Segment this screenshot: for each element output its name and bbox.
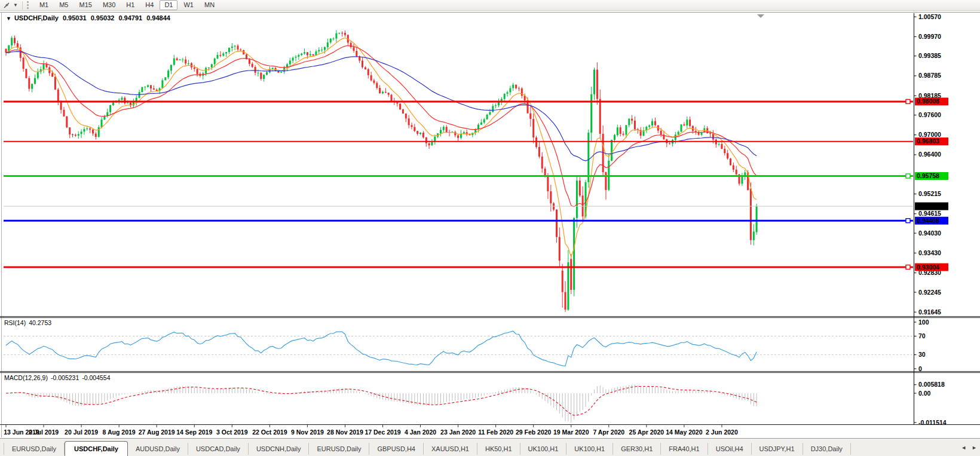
svg-text:0.94408: 0.94408 bbox=[917, 217, 939, 224]
svg-text:23 Jan 2020: 23 Jan 2020 bbox=[440, 429, 476, 436]
svg-text:-0.011514: -0.011514 bbox=[918, 419, 947, 426]
chart-tab-usdchf-daily[interactable]: USDCHF,Daily bbox=[65, 441, 128, 456]
timeframe-button-m1[interactable]: M1 bbox=[35, 0, 53, 10]
svg-text:29 Feb 2020: 29 Feb 2020 bbox=[516, 429, 552, 436]
svg-text:20 Jul 2019: 20 Jul 2019 bbox=[65, 429, 98, 436]
svg-text:0.96803: 0.96803 bbox=[917, 137, 939, 145]
rsi-label: RSI(14)40.2753 bbox=[4, 319, 51, 326]
svg-text:22 Oct 2019: 22 Oct 2019 bbox=[252, 429, 287, 436]
svg-text:0.93004: 0.93004 bbox=[917, 264, 939, 271]
ohlc-open-value: 0.95031 bbox=[63, 14, 87, 22]
ohlc-close-value: 0.94844 bbox=[146, 14, 170, 22]
rsi-value: 40.2753 bbox=[29, 319, 51, 326]
chart-tab-usoil-h4[interactable]: USOil,H4 bbox=[708, 443, 752, 455]
chart-tab-xauusd-h1[interactable]: XAUUSD,H1 bbox=[424, 443, 477, 455]
svg-text:1.00570: 1.00570 bbox=[918, 13, 941, 20]
chart-tab-usdcnh-daily[interactable]: USDCNH,Daily bbox=[249, 443, 310, 455]
macd-name: MACD(12,26,9) bbox=[4, 374, 48, 381]
timeframe-button-mn[interactable]: MN bbox=[200, 0, 219, 10]
chart-tab-dj30-daily[interactable]: DJ30,Daily bbox=[803, 443, 851, 455]
svg-text:27 Aug 2019: 27 Aug 2019 bbox=[139, 429, 175, 436]
svg-text:0.95215: 0.95215 bbox=[918, 190, 941, 197]
chart-canvas[interactable]: 1.005700.999700.993850.987850.981850.976… bbox=[0, 11, 980, 438]
svg-text:0.98008: 0.98008 bbox=[917, 97, 939, 105]
top-toolbar: ▼ M1M5M15M30H1H4D1W1MN bbox=[0, 0, 980, 11]
chart-tab-fra40-h1[interactable]: FRA40,H1 bbox=[661, 443, 708, 455]
cursor-tool-icon[interactable] bbox=[2, 1, 11, 10]
svg-text:0.00: 0.00 bbox=[918, 390, 931, 397]
svg-text:4 Jan 2020: 4 Jan 2020 bbox=[405, 429, 436, 436]
mt4-window: ▼ M1M5M15M30H1H4D1W1MN 1.005700.999700.9… bbox=[0, 0, 980, 456]
svg-text:0.96400: 0.96400 bbox=[918, 151, 941, 158]
chart-tab-hk50-h1[interactable]: HK50,H1 bbox=[477, 443, 520, 455]
svg-text:0.97600: 0.97600 bbox=[918, 111, 941, 118]
timeframe-button-d1[interactable]: D1 bbox=[160, 0, 177, 10]
svg-text:14 Sep 2019: 14 Sep 2019 bbox=[176, 429, 212, 436]
tab-scroll-arrows: ◄ ► bbox=[961, 445, 977, 451]
svg-text:28 Nov 2019: 28 Nov 2019 bbox=[327, 429, 363, 436]
chart-tab-usdjpy-h1[interactable]: USDJPY,H1 bbox=[752, 443, 803, 455]
svg-text:0.94030: 0.94030 bbox=[918, 229, 941, 237]
svg-text:0.99385: 0.99385 bbox=[918, 52, 941, 59]
svg-text:19 Mar 2020: 19 Mar 2020 bbox=[553, 429, 589, 436]
chart-tab-eurusd-daily[interactable]: EURUSD,Daily bbox=[309, 443, 369, 455]
svg-text:9 Nov 2019: 9 Nov 2019 bbox=[291, 429, 324, 436]
timeframe-button-w1[interactable]: W1 bbox=[179, 0, 198, 10]
chart-tab-gbpusd-h4[interactable]: GBPUSD,H4 bbox=[369, 443, 424, 455]
svg-text:0.98785: 0.98785 bbox=[918, 72, 941, 79]
symbol-dropdown-icon[interactable]: ▼ bbox=[6, 16, 11, 22]
timeframe-button-group: M1M5M15M30H1H4D1W1MN bbox=[35, 0, 219, 10]
svg-text:0.94615: 0.94615 bbox=[918, 210, 941, 217]
svg-text:11 Feb 2020: 11 Feb 2020 bbox=[478, 429, 513, 436]
svg-text:25 Apr 2020: 25 Apr 2020 bbox=[629, 429, 664, 436]
ohlc-high-value: 0.95032 bbox=[91, 14, 115, 22]
macd-label: MACD(12,26,9)-0.005231-0.004554 bbox=[4, 374, 111, 381]
svg-text:0.91645: 0.91645 bbox=[918, 308, 941, 316]
chart-tab-uk100-h1[interactable]: UK100,H1 bbox=[566, 443, 613, 455]
chart-tab-eurusd-daily[interactable]: EURUSD,Daily bbox=[4, 443, 65, 455]
svg-text:0.94844: 0.94844 bbox=[917, 203, 939, 210]
timeframe-button-m15[interactable]: M15 bbox=[74, 0, 96, 10]
chart-tab-audusd-daily[interactable]: AUDUSD,Daily bbox=[128, 443, 188, 455]
svg-text:3 Oct 2019: 3 Oct 2019 bbox=[216, 429, 248, 436]
timeframe-button-m5[interactable]: M5 bbox=[54, 0, 73, 10]
chart-window: 1.005700.999700.993850.987850.981850.976… bbox=[0, 11, 980, 438]
svg-text:0.95758: 0.95758 bbox=[917, 172, 939, 179]
chart-title: ▼USDCHF,Daily0.950310.950320.947910.9484… bbox=[6, 14, 170, 22]
svg-text:0: 0 bbox=[918, 365, 922, 372]
macd-main-value: -0.005231 bbox=[51, 374, 79, 381]
symbol-label: USDCHF,Daily bbox=[14, 14, 59, 22]
cursor-tool-dropdown-icon[interactable]: ▼ bbox=[13, 2, 18, 8]
svg-text:0.92245: 0.92245 bbox=[918, 289, 941, 296]
chart-tabs: EURUSD,DailyUSDCHF,DailyAUDUSD,DailyUSDC… bbox=[0, 439, 851, 456]
chart-tab-ger30-h1[interactable]: GER30,H1 bbox=[613, 443, 661, 455]
svg-text:17 Dec 2019: 17 Dec 2019 bbox=[365, 429, 400, 436]
toolbar-separator bbox=[22, 1, 23, 10]
ohlc-low-value: 0.94791 bbox=[118, 14, 142, 22]
toolbar-grip bbox=[27, 1, 30, 9]
svg-text:8 Aug 2019: 8 Aug 2019 bbox=[103, 429, 136, 436]
svg-text:2 Jun 2020: 2 Jun 2020 bbox=[706, 429, 738, 436]
svg-text:70: 70 bbox=[918, 332, 926, 339]
chart-tabs-bar: EURUSD,DailyUSDCHF,DailyAUDUSD,DailyUSDC… bbox=[0, 438, 980, 456]
svg-text:100: 100 bbox=[918, 319, 929, 326]
macd-signal-value: -0.004554 bbox=[82, 374, 110, 381]
timeframe-button-m30[interactable]: M30 bbox=[98, 0, 120, 10]
svg-text:0.005818: 0.005818 bbox=[918, 381, 945, 388]
svg-text:0.93430: 0.93430 bbox=[918, 249, 941, 256]
timeframe-button-h1[interactable]: H1 bbox=[121, 0, 139, 10]
tab-scroll-left-icon[interactable]: ◄ bbox=[961, 445, 966, 451]
tab-scroll-right-icon[interactable]: ► bbox=[972, 445, 977, 451]
svg-text:14 May 2020: 14 May 2020 bbox=[666, 429, 702, 436]
rsi-name: RSI(14) bbox=[4, 319, 26, 326]
svg-text:2 Jul 2019: 2 Jul 2019 bbox=[29, 429, 59, 436]
svg-text:0.99970: 0.99970 bbox=[918, 33, 941, 40]
svg-text:7 Apr 2020: 7 Apr 2020 bbox=[593, 429, 624, 436]
timeframe-button-h4[interactable]: H4 bbox=[140, 0, 158, 10]
chart-tab-uk100-h1[interactable]: UK100,H1 bbox=[520, 443, 567, 455]
svg-text:30: 30 bbox=[918, 351, 926, 358]
chart-tab-usdcad-daily[interactable]: USDCAD,Daily bbox=[188, 443, 249, 455]
